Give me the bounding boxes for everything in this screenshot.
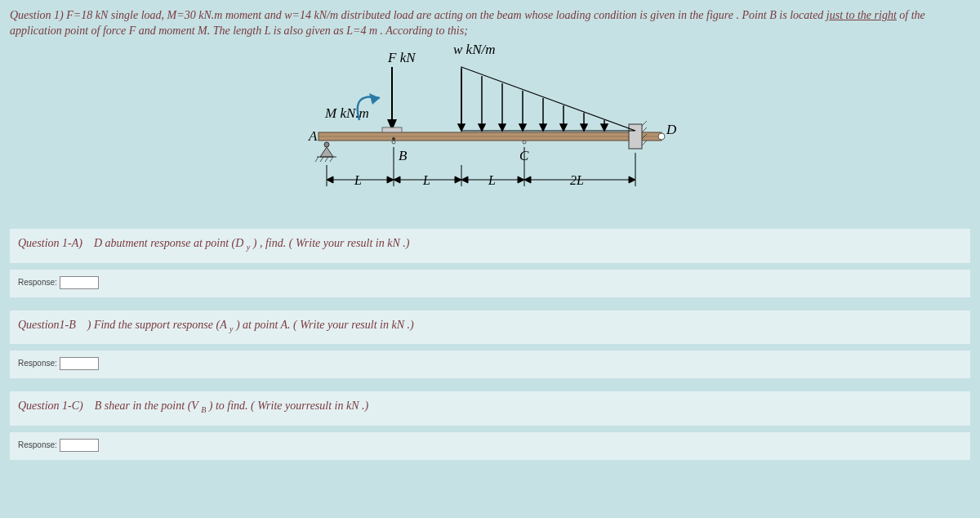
svg-line-7 <box>330 157 333 162</box>
question-1c: Question 1-C) B shear in the point (V B … <box>10 391 970 426</box>
svg-marker-43 <box>327 176 333 183</box>
l3-label: L <box>488 173 496 187</box>
intro-prefix: Question 1) F=18 kN <box>10 9 108 21</box>
underline-text: just to the right <box>826 9 897 21</box>
response-label: Response: <box>18 359 57 368</box>
m-label: M kN.m <box>324 105 369 121</box>
svg-marker-53 <box>629 176 635 183</box>
svg-line-5 <box>320 157 323 162</box>
b-label: B <box>399 148 408 163</box>
l1-label: L <box>354 173 362 187</box>
svg-marker-46 <box>394 176 400 183</box>
svg-marker-22 <box>479 124 485 131</box>
a-label: A <box>308 128 318 144</box>
svg-point-9 <box>658 133 665 140</box>
svg-rect-8 <box>629 124 642 149</box>
question-1a: Question 1-A) D abutment response at poi… <box>10 229 970 263</box>
question-1b: Question1-B ) Find the support response … <box>10 310 970 345</box>
svg-line-4 <box>315 157 318 162</box>
q1c-label: Question 1-C) <box>18 400 83 412</box>
q1b-label: Question1-B <box>18 319 76 331</box>
svg-line-13 <box>642 141 647 145</box>
svg-marker-30 <box>560 124 567 131</box>
svg-line-6 <box>325 157 328 162</box>
svg-marker-20 <box>458 124 465 131</box>
svg-point-36 <box>523 141 526 144</box>
svg-marker-28 <box>540 124 546 131</box>
svg-point-35 <box>392 141 395 144</box>
w-label: w kN/m <box>453 42 495 57</box>
svg-marker-44 <box>387 176 394 183</box>
svg-marker-52 <box>524 176 531 183</box>
question-intro: Question 1) F=18 kN single load, M=30 kN… <box>10 8 970 39</box>
svg-marker-17 <box>369 93 380 105</box>
svg-line-11 <box>642 127 647 132</box>
beam-diagram: w kN/m F kN M kN.m A B C D L L L 2L <box>302 42 678 206</box>
svg-marker-32 <box>581 124 587 131</box>
response-input-1b[interactable] <box>60 357 99 370</box>
response-label: Response: <box>18 277 57 286</box>
svg-marker-34 <box>601 124 608 131</box>
f-label: F kN <box>387 50 416 65</box>
response-row-1c: Response: <box>10 432 970 460</box>
response-input-1a[interactable] <box>60 276 99 289</box>
svg-marker-50 <box>518 176 524 183</box>
svg-marker-49 <box>461 176 468 183</box>
svg-line-10 <box>642 121 647 126</box>
response-input-1c[interactable] <box>60 439 99 452</box>
svg-marker-47 <box>455 176 461 183</box>
response-row-1b: Response: <box>10 351 970 378</box>
svg-point-18 <box>392 137 395 141</box>
l4-label: 2L <box>570 173 584 187</box>
svg-rect-16 <box>382 127 402 132</box>
svg-marker-26 <box>519 124 526 131</box>
c-label: C <box>519 148 529 163</box>
response-label: Response: <box>18 440 57 449</box>
q1a-label: Question 1-A) <box>18 237 82 249</box>
d-label: D <box>666 122 677 137</box>
response-row-1a: Response: <box>10 270 970 297</box>
l2-label: L <box>422 173 430 187</box>
svg-marker-24 <box>499 124 506 131</box>
